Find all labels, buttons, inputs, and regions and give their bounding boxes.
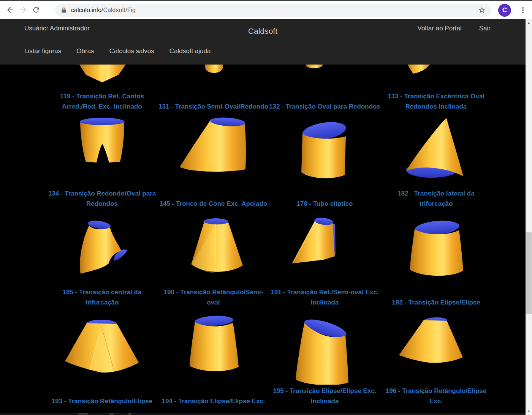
browser-menu-icon[interactable] xyxy=(518,4,528,16)
browser-toolbar: calculo.info/Caldsoft/Fig C xyxy=(0,0,532,19)
bookmark-star-icon[interactable] xyxy=(478,6,486,14)
figure-label[interactable]: 191 - Transição Ret./Semi-oval Exc. Incl… xyxy=(269,287,380,308)
figure-label[interactable]: 195 - Transição Elipse/Elipse Exc. Incli… xyxy=(269,386,380,406)
figure-card-178[interactable]: 178 - Tubo elíptico xyxy=(269,114,380,213)
figure-card-133[interactable]: 133 - Transição Excêntrica Oval Redondos… xyxy=(380,65,492,114)
figure-image-191 xyxy=(269,213,380,287)
figure-image-178 xyxy=(269,114,380,188)
figure-image-185 xyxy=(46,213,158,287)
figure-label[interactable]: 182 - Transição lateral da trifurcação xyxy=(380,188,492,209)
site-header: Usuário: Administrador Caldsoft Voltar a… xyxy=(0,19,526,65)
figure-grid: 119 - Transição Ret. Cantos Arred./Red. … xyxy=(46,65,492,410)
figure-label[interactable]: 133 - Transição Excêntrica Oval Redondos… xyxy=(380,91,492,112)
figure-label[interactable]: 190 - Transição Retângulo/Semi-oval xyxy=(158,287,269,308)
figure-label[interactable]: 119 - Transição Ret. Cantos Arred./Red. … xyxy=(46,91,158,112)
figure-label[interactable]: 131 - Transição Semi-Oval/Redondo xyxy=(158,101,269,112)
nav-obras[interactable]: Obras xyxy=(76,47,94,55)
nav-caldsoft-ajuda[interactable]: Caldsoft ajuda xyxy=(169,47,211,55)
figure-image-132 xyxy=(269,65,380,91)
figure-label[interactable]: 185 - Transição central da trifurcação xyxy=(46,287,158,308)
figure-card-190[interactable]: 190 - Transição Retângulo/Semi-oval xyxy=(158,213,269,311)
figure-label[interactable]: 196 - Transição Retângulo/Elipse Exc. xyxy=(380,386,492,406)
figure-image-194 xyxy=(158,311,269,386)
url-domain: calculo.info xyxy=(71,7,101,13)
figure-label[interactable]: 193 - Transição Retângulo/Elipse xyxy=(46,396,158,406)
scroll-down-arrow-icon[interactable]: ▼ xyxy=(526,408,532,414)
figure-image-192 xyxy=(380,213,492,287)
figure-image-119 xyxy=(46,65,158,91)
url-text: calculo.info/Caldsoft/Fig xyxy=(71,7,136,14)
figure-card-194[interactable]: 194 - Transição Elipse/Elipse Exc. xyxy=(158,311,269,410)
figure-row: 119 - Transição Ret. Cantos Arred./Red. … xyxy=(46,65,492,114)
figure-card-145[interactable]: 145 - Tronco de Cone Exc. Apoiado xyxy=(158,114,269,213)
profile-avatar[interactable]: C xyxy=(498,4,511,17)
figure-label[interactable]: 145 - Tronco de Cone Exc. Apoiado xyxy=(158,199,269,209)
figure-card-185[interactable]: 185 - Transição central da trifurcação xyxy=(46,213,158,311)
figure-row: 193 - Transição Retângulo/Elipse194 - Tr… xyxy=(46,311,492,410)
figure-label[interactable]: 134 - Transição Redondo/Oval para Redond… xyxy=(46,188,158,209)
figure-image-193 xyxy=(46,311,158,386)
figure-image-145 xyxy=(158,114,269,188)
scroll-up-arrow-icon[interactable]: ▲ xyxy=(526,20,532,26)
figure-image-182 xyxy=(380,114,492,188)
figure-row: 185 - Transição central da trifurcação19… xyxy=(46,213,492,311)
vertical-scrollbar[interactable]: ▲ ▼ xyxy=(526,19,532,415)
main-nav: Listar figuras Obras Cálculos salvos Cal… xyxy=(24,47,211,55)
scrollbar-thumb[interactable] xyxy=(526,232,532,314)
figure-label[interactable]: 132 - Transição Oval para Redondos xyxy=(269,101,380,112)
browser-window: calculo.info/Caldsoft/Fig C Usuário: Adm… xyxy=(0,0,532,415)
figure-card-131[interactable]: 131 - Transição Semi-Oval/Redondo xyxy=(158,65,269,114)
reload-icon[interactable] xyxy=(30,3,43,16)
figure-card-193[interactable]: 193 - Transição Retângulo/Elipse xyxy=(46,311,158,410)
figure-label[interactable]: 192 - Transição Elipse/Elipse xyxy=(380,297,492,308)
figure-card-192[interactable]: 192 - Transição Elipse/Elipse xyxy=(380,213,492,311)
nav-listar-figuras[interactable]: Listar figuras xyxy=(24,47,61,55)
address-bar[interactable]: calculo.info/Caldsoft/Fig xyxy=(55,4,491,17)
figure-card-191[interactable]: 191 - Transição Ret./Semi-oval Exc. Incl… xyxy=(269,213,380,311)
figure-image-134 xyxy=(46,114,158,188)
nav-calculos-salvos[interactable]: Cálculos salvos xyxy=(109,47,154,55)
figure-image-195 xyxy=(269,311,380,386)
figure-card-182[interactable]: 182 - Transição lateral da trifurcação xyxy=(380,114,492,213)
page-content: Usuário: Administrador Caldsoft Voltar a… xyxy=(0,19,526,415)
next-row-edge xyxy=(0,413,526,415)
figure-card-132[interactable]: 132 - Transição Oval para Redondos xyxy=(269,65,380,114)
logout-link[interactable]: Sair xyxy=(479,25,491,32)
figure-image-133 xyxy=(380,65,492,91)
back-icon[interactable] xyxy=(4,3,17,16)
url-path: /Caldsoft/Fig xyxy=(101,7,136,13)
portal-link[interactable]: Voltar ao Portal xyxy=(418,25,462,32)
figure-row: 134 - Transição Redondo/Oval para Redond… xyxy=(46,114,492,213)
figure-image-131 xyxy=(158,65,269,91)
forward-icon[interactable] xyxy=(17,3,30,16)
lock-icon[interactable] xyxy=(60,7,67,14)
figure-image-196 xyxy=(380,311,492,386)
figure-label[interactable]: 178 - Tubo elíptico xyxy=(269,199,380,209)
figure-label[interactable]: 194 - Transição Elipse/Elipse Exc. xyxy=(158,396,269,406)
figure-image-190 xyxy=(158,213,269,287)
figure-card-195[interactable]: 195 - Transição Elipse/Elipse Exc. Incli… xyxy=(269,311,380,410)
figure-card-196[interactable]: 196 - Transição Retângulo/Elipse Exc. xyxy=(380,311,492,410)
figure-card-119[interactable]: 119 - Transição Ret. Cantos Arred./Red. … xyxy=(46,65,158,114)
figure-card-134[interactable]: 134 - Transição Redondo/Oval para Redond… xyxy=(46,114,158,213)
